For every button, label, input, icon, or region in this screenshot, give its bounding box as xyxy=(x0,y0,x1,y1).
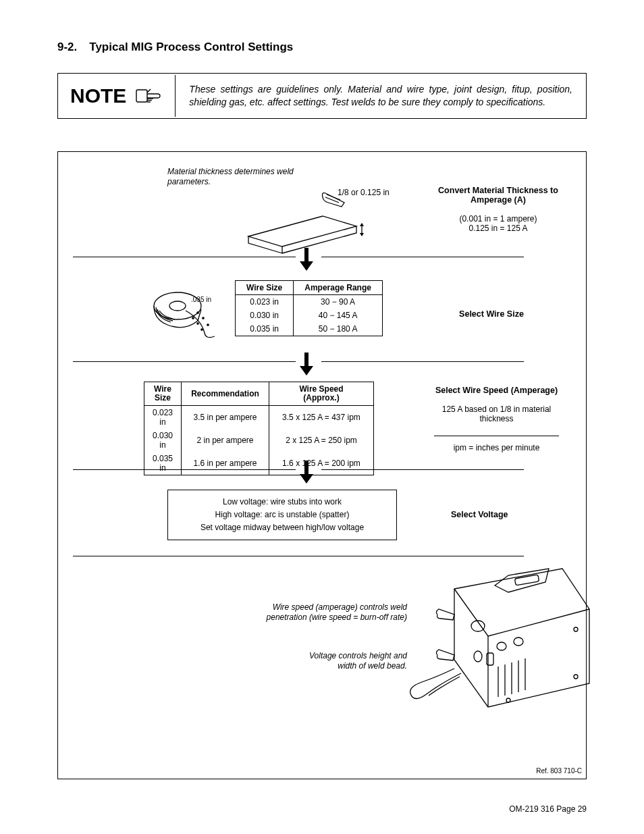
table-header: WireSize xyxy=(144,382,182,405)
note-label-cell: NOTE xyxy=(58,75,176,117)
welding-machine-icon xyxy=(373,562,596,733)
select-wire-speed-sub2: ipm = inches per minute xyxy=(454,443,540,452)
wire-spool-icon xyxy=(151,279,225,346)
section-wire-size: .035 in Wire SizeAmperage Range 0.023 in… xyxy=(73,279,571,357)
material-label: Material thickness determines weld param… xyxy=(167,167,302,187)
svg-point-21 xyxy=(514,637,523,646)
voltage-line3: Set voltage midway between high/low volt… xyxy=(200,523,364,532)
svg-point-22 xyxy=(474,651,482,662)
table-row: 0.030 in40 − 145 A xyxy=(236,309,383,322)
table-row: 0.030 in2 in per ampere2 x 125 A = 250 i… xyxy=(144,429,374,452)
arrow-down-icon xyxy=(298,461,315,484)
svg-point-13 xyxy=(197,312,198,313)
divider xyxy=(321,257,524,257)
select-voltage-label: Select Voltage xyxy=(451,510,508,519)
svg-rect-0 xyxy=(136,90,147,102)
divider xyxy=(321,361,524,362)
spool-size-label: .035 in xyxy=(191,296,211,303)
convert-line2: 0.125 in = 125 A xyxy=(468,224,527,233)
svg-point-10 xyxy=(192,317,194,319)
heading-title: Typical MIG Process Control Settings xyxy=(89,41,293,53)
svg-point-15 xyxy=(207,324,209,325)
svg-rect-18 xyxy=(514,575,539,585)
section-wire-speed: WireSize Recommendation Wire Speed(Appro… xyxy=(73,382,571,466)
svg-point-20 xyxy=(497,642,506,650)
svg-rect-7 xyxy=(304,248,308,263)
svg-point-11 xyxy=(197,323,198,324)
svg-point-29 xyxy=(574,627,578,631)
table-header: Wire Size xyxy=(236,280,294,294)
note-label: NOTE xyxy=(70,84,126,107)
dimension-label: 1/8 or 0.125 in xyxy=(338,188,390,197)
reference-number: Ref. 803 710-C xyxy=(536,767,582,775)
section-heading: 9-2.Typical MIG Process Control Settings xyxy=(57,41,587,54)
table-row: 0.023 in30 − 90 A xyxy=(236,294,383,309)
note-text: These settings are guidelines only. Mate… xyxy=(176,74,586,118)
voltage-guidance-box: Low voltage: wire stubs into work High v… xyxy=(167,490,397,541)
svg-line-6 xyxy=(325,197,339,203)
table-row: 0.035 in50 − 180 A xyxy=(236,322,383,336)
svg-point-14 xyxy=(203,317,204,319)
section-machine: Wire speed (amperage) controls weld pene… xyxy=(73,565,571,754)
convert-title: Convert Material Thickness to Amperage (… xyxy=(438,186,558,205)
table-header: Recommendation xyxy=(182,382,269,405)
divider xyxy=(321,469,524,470)
svg-point-9 xyxy=(169,301,186,311)
table-header: Wire Speed(Approx.) xyxy=(269,382,374,405)
arrow-down-icon xyxy=(298,353,315,376)
heading-number: 9-2. xyxy=(57,41,77,53)
note-box: NOTE These settings are guidelines only.… xyxy=(57,73,587,119)
select-wire-speed-title: Select Wire Speed (Amperage) xyxy=(435,386,558,395)
table-row: 0.035 in1.6 in per ampere1.6 x 125 A = 2… xyxy=(144,452,374,475)
voltage-line1: Low voltage: wire stubs into work xyxy=(223,497,342,506)
process-diagram: Material thickness determines weld param… xyxy=(57,151,587,779)
select-wire-size-label: Select Wire Size xyxy=(437,309,545,319)
pointing-hand-icon xyxy=(136,87,163,105)
svg-point-12 xyxy=(201,329,203,330)
svg-rect-16 xyxy=(304,353,308,367)
svg-point-30 xyxy=(574,675,578,679)
voltage-line2: High voltage: arc is unstable (spatter) xyxy=(215,510,350,519)
divider xyxy=(73,469,296,470)
svg-rect-17 xyxy=(304,461,308,475)
convert-line1: (0.001 in = 1 ampere) xyxy=(459,214,537,224)
select-wire-speed-block: Select Wire Speed (Amperage) 125 A based… xyxy=(434,386,559,452)
divider xyxy=(73,556,524,556)
table-header: Amperage Range xyxy=(294,280,383,294)
arrow-down-icon xyxy=(298,248,315,271)
select-wire-speed-sub1: 125 A based on 1/8 in material thickness xyxy=(442,405,551,423)
svg-point-31 xyxy=(506,698,510,702)
divider xyxy=(73,361,296,362)
page-footer: OM-219 316 Page 29 xyxy=(509,804,587,814)
table-row: 0.023 in3.5 in per ampere3.5 x 125 A = 4… xyxy=(144,406,374,429)
section-material-thickness: Material thickness determines weld param… xyxy=(73,165,571,273)
convert-thickness-block: Convert Material Thickness to Amperage (… xyxy=(437,186,559,233)
wire-amperage-table: Wire SizeAmperage Range 0.023 in30 − 90 … xyxy=(235,280,383,336)
section-voltage: Low voltage: wire stubs into work High v… xyxy=(73,490,571,550)
divider xyxy=(73,257,296,257)
wire-speed-table: WireSize Recommendation Wire Speed(Appro… xyxy=(144,382,374,475)
